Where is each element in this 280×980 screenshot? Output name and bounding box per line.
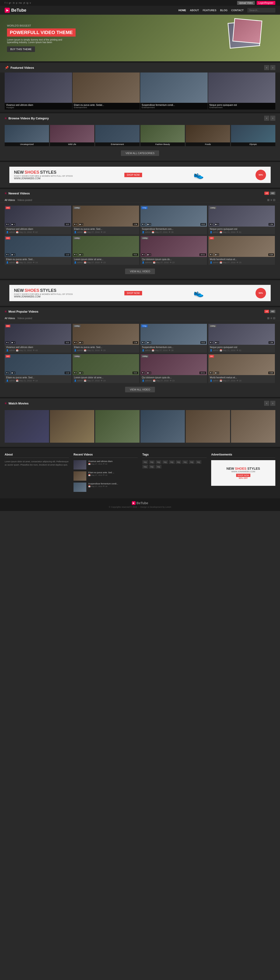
- video-card[interactable]: 720p ♥ 1 ▶ 1 8:12 Suspendisse fermentum …: [141, 205, 207, 234]
- movie-item-1[interactable]: [5, 410, 49, 443]
- video-card[interactable]: HD ♥ 2 ▶ 1 3:21 Vivamus sed ultrices dia…: [5, 324, 71, 353]
- recent-video-item[interactable]: Suspendisse fermentum condi... 📅 May 27,…: [74, 482, 138, 492]
- recent-video-item[interactable]: Vivamus sed ultrices diam 📅 May 27, 2016…: [74, 460, 138, 469]
- video-card[interactable]: 1080p ♥ 1 ▶ 1 1.3k Etiam eu purus ante. …: [72, 205, 139, 234]
- video-card[interactable]: 1080p ♥ 2 ▶ 1 4:21 Lorem ipsum dolor sit…: [72, 354, 139, 383]
- recent-video-item[interactable]: Etiam eu purus ante. Sed ... 📅 May 27, 2…: [74, 471, 138, 480]
- category-item-wildlife[interactable]: Wild Life: [50, 125, 94, 146]
- video-card[interactable]: HD ♥ 1 ▶ 1 1:12 Etiam eu purus ante. Sed…: [5, 354, 71, 383]
- rv-meta-3: 📅 May 27, 2016 👁 38: [88, 485, 118, 487]
- tag-item[interactable]: tag: [176, 460, 182, 464]
- video-card[interactable]: 1080p ♥ 1 ▶ 1 1.3k Neque porro quisquam …: [208, 205, 275, 234]
- filter-posted-link[interactable]: Videos posted: [17, 199, 32, 201]
- video-card[interactable]: 1080p ♥ 1 ▶ 1 10:11 Qui dolorem ipsum qu…: [141, 354, 207, 383]
- featured-item[interactable]: Neque porro quisquam est Entertainment: [208, 73, 275, 110]
- ad-shoe-icon: 👟: [194, 170, 204, 180]
- login-register-button[interactable]: Login/Register: [257, 1, 275, 5]
- view-all-popular-button[interactable]: VIEW ALL VIDEO: [125, 387, 155, 392]
- video-card[interactable]: 720p ♥ 1 ▶ 1 8:12 Suspendisse fermentum …: [141, 324, 207, 353]
- category-item-fashion-beauty[interactable]: Fashion Beauty: [141, 125, 185, 146]
- video-card[interactable]: HD ♥ 2 ▶ 1 3:21 Vivamus sed ultrices dia…: [5, 205, 71, 234]
- popular-list-icon[interactable]: ≡: [270, 317, 272, 320]
- hero-subtitle: WORLD'D BIGGEST: [7, 24, 75, 27]
- browse-next[interactable]: ›: [270, 116, 275, 121]
- movie-item-5[interactable]: [186, 410, 230, 443]
- facebook-icon[interactable]: f: [5, 2, 5, 4]
- tab-hd[interactable]: HD: [270, 192, 275, 195]
- browse-prev[interactable]: ‹: [264, 116, 269, 121]
- featured-item[interactable]: Suspendisse fermentum condi... Entertain…: [140, 73, 208, 110]
- featured-prev[interactable]: ‹: [264, 65, 269, 70]
- ad-text-shoes-word: SHOES: [24, 170, 39, 175]
- compact-view-icon[interactable]: ⊟: [273, 198, 275, 202]
- ads-text: NEW SHOES STYLES: [227, 467, 260, 471]
- category-item-uncategorized[interactable]: Uncategorized: [5, 125, 49, 146]
- tag-item[interactable]: tag: [195, 460, 202, 464]
- video-card[interactable]: HD ♥ 1 ▶ 1 1:12 Etiam eu purus ante. Sed…: [5, 236, 71, 265]
- video-card[interactable]: HD ♥ 1 ▶ 1 4:34 Morbi hendrerit metus et…: [208, 354, 275, 383]
- movie-item-2[interactable]: [50, 410, 94, 443]
- video-card[interactable]: 1080p ♥ 1 ▶ 1 10:11 Qui dolorem ipsum qu…: [141, 236, 207, 265]
- ads-shop-button[interactable]: SHOP NOW: [236, 474, 251, 477]
- category-label-4: Fashion Beauty: [141, 142, 185, 146]
- grid-view-icon[interactable]: ⊞: [267, 198, 269, 202]
- popular-tab-all[interactable]: All: [264, 310, 269, 313]
- list-view-icon[interactable]: ≡: [270, 198, 272, 202]
- watch-prev[interactable]: ‹: [264, 401, 269, 406]
- popular-view-icons: ⊞ ≡ ⊟: [267, 317, 275, 320]
- google-plus-icon[interactable]: g+: [9, 2, 11, 4]
- video-duration: 1.3k: [133, 341, 138, 344]
- tag-item[interactable]: tag: [149, 465, 155, 469]
- twitter-icon[interactable]: t: [7, 2, 8, 4]
- video-card[interactable]: HD ♥ 1 ▶ 1 4:34 Morbi hendrerit metus et…: [208, 236, 275, 265]
- video-card[interactable]: 1080p ♥ 2 ▶ 1 4:21 Lorem ipsum dolor sit…: [72, 236, 139, 265]
- hero-cta-button[interactable]: BUY THIS THEME: [7, 46, 35, 52]
- video-info-7: Qui dolorem ipsum quia do... 👤 admins 📅 …: [141, 257, 207, 265]
- linkedin-icon[interactable]: in: [13, 2, 15, 4]
- view-all-newest-button[interactable]: VIEW ALL VIDEO: [125, 269, 155, 274]
- tag-item[interactable]: tag: [189, 460, 195, 464]
- featured-item[interactable]: Vivamus sed ultrices diam Voyages: [5, 73, 72, 110]
- popular-filter-all[interactable]: All Videos: [5, 317, 15, 320]
- tag-item[interactable]: tag: [169, 460, 175, 464]
- rss-icon[interactable]: rss: [19, 2, 22, 4]
- nav-features[interactable]: FEATURES: [203, 9, 216, 12]
- video-card[interactable]: 1080p ♥ 1 ▶ 1 1.3k Etiam eu purus ante. …: [72, 324, 139, 353]
- ad-shop-button[interactable]: SHOP NOW: [124, 173, 142, 177]
- popular-tab-hd[interactable]: HD: [270, 310, 275, 313]
- video-card[interactable]: 1080p ♥ 1 ▶ 1 1.3k Neque porro quisquam …: [208, 324, 275, 353]
- search-input[interactable]: [247, 8, 275, 13]
- youtube-icon[interactable]: yt: [23, 2, 25, 4]
- nav-home[interactable]: HOME: [179, 9, 186, 12]
- tag-item[interactable]: tag: [182, 460, 188, 464]
- instagram-icon[interactable]: ig: [26, 2, 28, 4]
- popular-filter-posted[interactable]: Videos posted: [17, 317, 32, 320]
- tag-item[interactable]: tag: [162, 460, 168, 464]
- movie-item-3[interactable]: [95, 410, 139, 443]
- tab-all[interactable]: All: [264, 192, 269, 195]
- tag-item[interactable]: tag: [156, 465, 162, 469]
- tag-item[interactable]: tag: [156, 460, 162, 464]
- pinterest-icon[interactable]: p: [16, 2, 18, 4]
- tag-item[interactable]: tag: [142, 460, 148, 464]
- movie-item-4[interactable]: [141, 410, 185, 443]
- nav-contact[interactable]: CONTACT: [231, 9, 243, 12]
- nav-about[interactable]: ABOUT: [190, 9, 199, 12]
- popular-compact-icon[interactable]: ⊟: [273, 317, 275, 320]
- filter-all-link[interactable]: All Videos: [5, 199, 15, 201]
- upload-video-button[interactable]: Upload Video: [237, 1, 255, 5]
- ad2-shop-button[interactable]: SHOP NOW: [124, 291, 142, 295]
- view-all-categories-button[interactable]: VIEW ALL CATEGORIES: [121, 150, 159, 156]
- vimeo-icon[interactable]: v: [30, 2, 31, 4]
- featured-item[interactable]: Etiam eu purus ante. Sedat... Entertainm…: [72, 73, 140, 110]
- nav-blog[interactable]: BLOG: [220, 9, 227, 12]
- category-item-entertainment[interactable]: Entertainment: [95, 125, 139, 146]
- featured-next[interactable]: ›: [270, 65, 275, 70]
- watch-next[interactable]: ›: [270, 401, 275, 406]
- popular-grid-icon[interactable]: ⊞: [267, 317, 269, 320]
- movie-item-6[interactable]: [231, 410, 275, 443]
- tag-item[interactable]: tag: [149, 460, 155, 464]
- category-item-olympic[interactable]: Olympic: [231, 125, 275, 146]
- tag-item[interactable]: tag: [142, 465, 148, 469]
- category-item-foods[interactable]: Foods: [186, 125, 230, 146]
